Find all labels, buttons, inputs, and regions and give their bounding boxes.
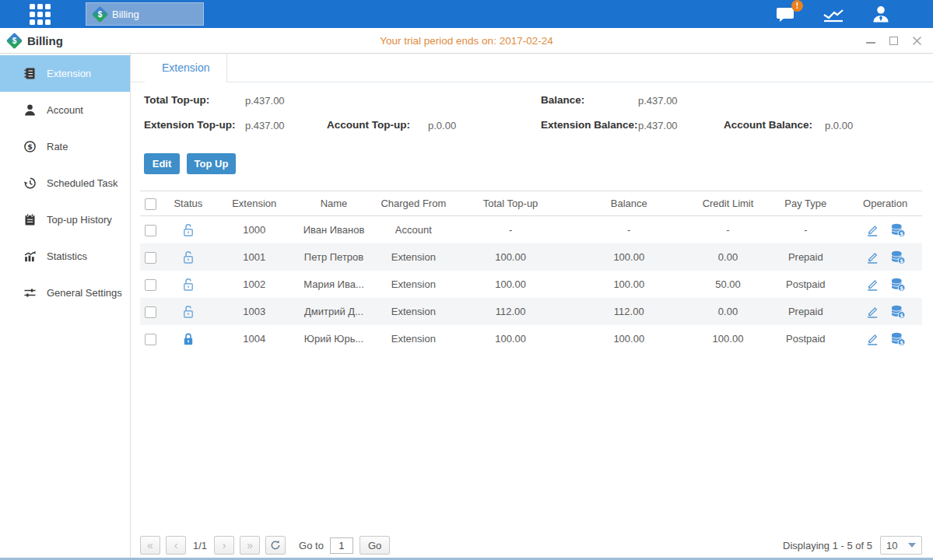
svg-text:$: $ <box>900 312 903 318</box>
sidebar-item-rate[interactable]: $ Rate <box>0 128 130 165</box>
extension-icon <box>23 67 37 80</box>
balance-value: p.437.00 <box>638 95 678 107</box>
topup-row-icon[interactable]: $ <box>890 223 906 237</box>
taskbar-tab-label: Billing <box>112 9 139 20</box>
topup-row-icon[interactable]: $ <box>890 332 906 346</box>
svg-text:$: $ <box>900 339 903 345</box>
minimize-icon[interactable] <box>865 36 875 46</box>
charged-from-cell: Extension <box>370 306 456 317</box>
topup-row-icon[interactable]: $ <box>890 278 906 292</box>
go-button[interactable]: Go <box>360 536 390 555</box>
status-cell <box>165 305 212 319</box>
col-operation: Operation <box>848 198 922 209</box>
refresh-icon[interactable] <box>265 536 286 555</box>
row-checkbox[interactable] <box>145 225 156 236</box>
extension-cell: 1002 <box>212 278 297 290</box>
extension-cell: 1000 <box>212 224 297 236</box>
charged-from-cell: Extension <box>370 333 456 345</box>
extension-balance-value: p.437.00 <box>638 120 678 131</box>
prev-page-button[interactable]: ‹ <box>166 536 186 555</box>
sidebar-item-extension[interactable]: Extension <box>0 55 130 92</box>
last-page-button[interactable]: » <box>240 536 260 555</box>
row-checkbox[interactable] <box>145 334 156 345</box>
credit-limit-cell: 100.00 <box>693 333 763 345</box>
sidebar-item-scheduled-task[interactable]: Scheduled Task <box>0 165 130 201</box>
account-balance-label: Account Balance: <box>724 119 812 131</box>
name-cell: Юрий Юрь... <box>297 333 371 345</box>
chat-icon[interactable]: ! <box>776 5 796 23</box>
topup-row-icon[interactable]: $ <box>890 305 906 319</box>
general-settings-icon <box>23 286 37 299</box>
edit-button[interactable]: Edit <box>144 153 180 174</box>
charged-from-cell: Extension <box>370 251 456 263</box>
balance-cell: 100.00 <box>565 278 693 290</box>
top-up-button[interactable]: Top Up <box>187 153 236 174</box>
edit-row-icon[interactable] <box>865 305 879 318</box>
billing-diamond-icon: $ <box>6 32 23 48</box>
name-cell: Мария Ива... <box>297 278 371 290</box>
taskbar: $ Billing ! <box>0 0 933 28</box>
extension-table: Status Extension Name Charged From Total… <box>140 191 922 352</box>
sidebar-item-general-settings[interactable]: General Settings <box>0 275 130 311</box>
extension-balance-label: Extension Balance: <box>541 119 638 131</box>
topup-row-icon[interactable]: $ <box>890 250 906 264</box>
row-checkbox[interactable] <box>145 252 156 264</box>
billing-diamond-icon: $ <box>92 5 108 22</box>
extension-cell: 1003 <box>212 306 297 317</box>
name-cell: Иван Иванов <box>297 224 371 236</box>
col-total-topup: Total Top-up <box>456 198 565 209</box>
table-row[interactable]: 1001Петр ПетровExtension100.00100.000.00… <box>140 243 922 271</box>
chart-icon[interactable] <box>823 5 844 23</box>
edit-row-icon[interactable] <box>865 278 879 291</box>
col-charged-from: Charged From <box>370 198 456 209</box>
total-topup-cell: 100.00 <box>456 251 565 263</box>
edit-row-icon[interactable] <box>865 250 879 264</box>
charged-from-cell: Extension <box>370 278 456 290</box>
sidebar-item-label: General Settings <box>47 287 122 299</box>
svg-text:$: $ <box>900 230 903 236</box>
sidebar-item-label: Top-up History <box>47 214 112 226</box>
first-page-button[interactable]: « <box>140 536 160 555</box>
window-titlebar: $ Billing Your trial period ends on: 201… <box>0 28 933 54</box>
row-checkbox[interactable] <box>145 306 156 318</box>
name-cell: Дмитрий Д... <box>297 306 371 317</box>
edit-row-icon[interactable] <box>865 332 879 345</box>
table-row[interactable]: 1000Иван ИвановAccount----$ <box>140 216 922 243</box>
close-icon[interactable] <box>912 36 922 46</box>
table-header: Status Extension Name Charged From Total… <box>140 191 922 216</box>
goto-page-input[interactable] <box>330 537 353 554</box>
pagination-bar: « ‹ 1/1 › » Go to Go Displaying 1 - 5 of… <box>140 536 922 555</box>
status-cell <box>165 250 212 264</box>
table-row[interactable]: 1002Мария Ива...Extension100.00100.0050.… <box>140 271 922 298</box>
total-topup-cell: 100.00 <box>456 333 565 345</box>
user-icon[interactable] <box>871 5 891 23</box>
pay-type-cell: Postpaid <box>763 278 848 290</box>
total-topup-cell: 100.00 <box>456 278 565 290</box>
sidebar-item-account[interactable]: Account <box>0 92 130 128</box>
status-cell <box>165 278 212 292</box>
sidebar-item-statistics[interactable]: Statistics <box>0 238 130 275</box>
page-size-select[interactable]: 10 <box>880 536 922 555</box>
pay-type-cell: Postpaid <box>763 333 848 345</box>
maximize-icon[interactable] <box>889 36 899 46</box>
table-row[interactable]: 1004Юрий Юрь...Extension100.00100.00100.… <box>140 325 922 352</box>
next-page-button[interactable]: › <box>214 536 234 555</box>
col-credit-limit: Credit Limit <box>693 198 763 209</box>
sidebar-item-topup-history[interactable]: Top-up History <box>0 201 130 238</box>
extension-cell: 1004 <box>212 333 297 345</box>
rate-icon: $ <box>23 140 37 153</box>
balance-label: Balance: <box>541 94 584 106</box>
svg-text:$: $ <box>27 142 33 151</box>
total-topup-cell: 112.00 <box>456 306 565 317</box>
apps-grid-icon[interactable] <box>30 4 51 25</box>
status-cell <box>165 332 212 346</box>
edit-row-icon[interactable] <box>865 223 879 236</box>
goto-label: Go to <box>299 540 324 551</box>
charged-from-cell: Account <box>370 224 456 236</box>
taskbar-tab-billing[interactable]: $ Billing <box>86 2 204 26</box>
displaying-text: Displaying 1 - 5 of 5 <box>783 540 872 551</box>
tab-extension[interactable]: Extension <box>145 54 227 82</box>
select-all-checkbox[interactable] <box>145 198 156 210</box>
table-row[interactable]: 1003Дмитрий Д...Extension112.00112.000.0… <box>140 298 922 325</box>
row-checkbox[interactable] <box>145 279 156 291</box>
